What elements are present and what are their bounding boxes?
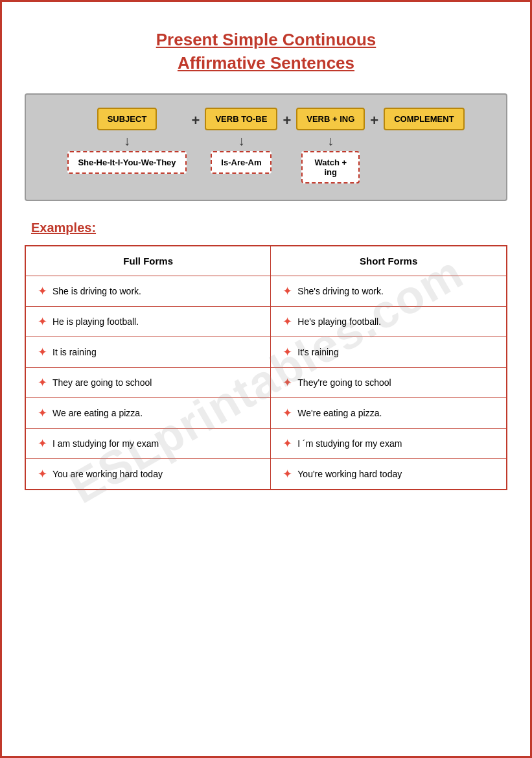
bullet-icon: ✦	[283, 284, 292, 298]
page: ESLprintables.com Present Simple Continu…	[0, 0, 532, 758]
col1-header: Full Forms	[25, 246, 271, 276]
subject-formula-box: SUBJECT	[97, 108, 157, 130]
full-form-cell: ✦It is raining	[25, 337, 271, 367]
full-form-cell: ✦I am studying for my exam	[25, 428, 271, 458]
full-form-text: They are going to school	[52, 377, 152, 388]
table-row: ✦We are eating a pizza.✦We're eating a p…	[25, 397, 507, 428]
full-form-text: I am studying for my exam	[52, 438, 159, 449]
verb-ing-sub-box: Watch + ing	[301, 151, 360, 184]
short-form-cell: ✦He's playing football.	[271, 306, 507, 337]
full-form-text: You are working hard today	[52, 469, 163, 479]
plus-2: +	[283, 108, 291, 134]
subject-col: SUBJECT ↓ She-He-It-I-You-We-They	[67, 108, 186, 174]
verb-ing-col: VERB + ING ↓ Watch + ing	[296, 108, 365, 184]
full-form-cell: ✦He is playing football.	[25, 306, 271, 337]
short-form-text: You're working hard today	[297, 469, 402, 479]
table-row: ✦She is driving to work.✦She's driving t…	[25, 276, 507, 306]
bullet-icon: ✦	[283, 436, 292, 451]
bullet-icon: ✦	[283, 345, 292, 359]
col2-header: Short Forms	[271, 246, 507, 276]
short-form-text: She's driving to work.	[297, 286, 384, 296]
short-form-cell: ✦It's raining	[271, 337, 507, 367]
table-header-row: Full Forms Short Forms	[25, 246, 507, 276]
verb-tobe-sub-box: Is-Are-Am	[211, 151, 272, 174]
bullet-icon: ✦	[283, 314, 292, 329]
full-form-cell: ✦We are eating a pizza.	[25, 397, 271, 428]
subject-sub-box: She-He-It-I-You-We-They	[67, 151, 186, 174]
bullet-icon: ✦	[283, 406, 292, 420]
complement-formula-box: COMPLEMENT	[384, 108, 464, 130]
full-form-cell: ✦You are working hard today	[25, 458, 271, 490]
short-form-text: I ´m studying for my exam	[297, 438, 402, 449]
page-title: Present Simple Continuous Affirmative Se…	[25, 28, 507, 75]
examples-table: Full Forms Short Forms ✦She is driving t…	[25, 245, 507, 490]
short-form-cell: ✦You're working hard today	[271, 458, 507, 490]
table-row: ✦They are going to school✦They're going …	[25, 367, 507, 397]
bullet-icon: ✦	[38, 284, 47, 298]
full-form-text: She is driving to work.	[52, 286, 141, 296]
short-form-text: They're going to school	[297, 377, 391, 388]
examples-title: Examples:	[31, 220, 507, 235]
subject-arrow: ↓	[124, 134, 130, 147]
title-text: Present Simple Continuous Affirmative Se…	[25, 28, 507, 75]
grammar-box: SUBJECT ↓ She-He-It-I-You-We-They + VERB…	[25, 93, 507, 201]
bullet-icon: ✦	[38, 436, 47, 451]
verb-tobe-formula-box: VERB TO-BE	[205, 108, 277, 130]
full-form-text: It is raining	[52, 347, 97, 357]
verb-ing-arrow: ↓	[327, 134, 334, 147]
short-form-cell: ✦We're eating a pizza.	[271, 397, 507, 428]
verb-tobe-arrow: ↓	[238, 134, 244, 147]
plus-3: +	[370, 108, 378, 134]
short-form-text: He's playing football.	[297, 316, 381, 327]
full-form-text: We are eating a pizza.	[52, 408, 143, 418]
plus-1: +	[192, 108, 200, 134]
table-row: ✦You are working hard today✦You're worki…	[25, 458, 507, 490]
full-form-cell: ✦They are going to school	[25, 367, 271, 397]
bullet-icon: ✦	[38, 375, 47, 390]
short-form-text: We're eating a pizza.	[297, 408, 382, 418]
bullet-icon: ✦	[38, 345, 47, 359]
complement-col: COMPLEMENT	[384, 108, 464, 130]
full-form-cell: ✦She is driving to work.	[25, 276, 271, 306]
verb-ing-formula-box: VERB + ING	[296, 108, 365, 130]
verb-tobe-col: VERB TO-BE ↓ Is-Are-Am	[205, 108, 277, 174]
short-form-text: It's raining	[297, 347, 338, 357]
short-form-cell: ✦They're going to school	[271, 367, 507, 397]
bullet-icon: ✦	[283, 375, 292, 390]
formula-area: SUBJECT ↓ She-He-It-I-You-We-They + VERB…	[36, 108, 496, 184]
table-row: ✦It is raining✦It's raining	[25, 337, 507, 367]
bullet-icon: ✦	[283, 467, 292, 481]
table-row: ✦He is playing football.✦He's playing fo…	[25, 306, 507, 337]
full-form-text: He is playing football.	[52, 316, 139, 327]
bullet-icon: ✦	[38, 406, 47, 420]
short-form-cell: ✦I ´m studying for my exam	[271, 428, 507, 458]
table-row: ✦I am studying for my exam✦I ´m studying…	[25, 428, 507, 458]
short-form-cell: ✦She's driving to work.	[271, 276, 507, 306]
bullet-icon: ✦	[38, 314, 47, 329]
bullet-icon: ✦	[38, 467, 47, 481]
